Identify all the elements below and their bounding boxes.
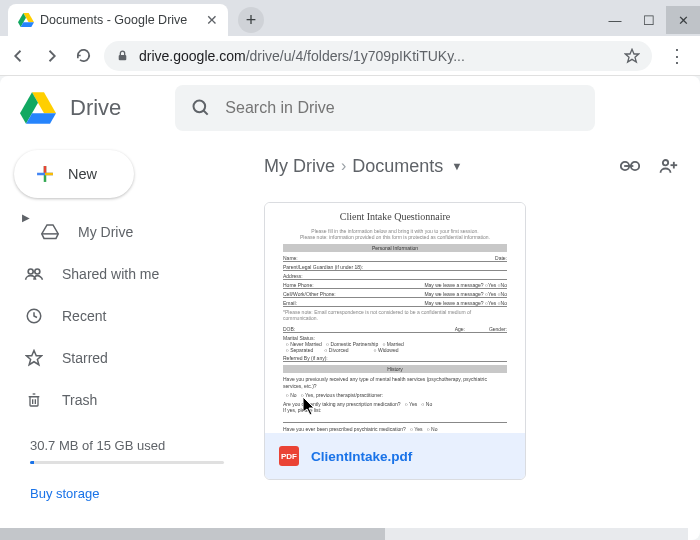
app-header: Drive [0, 76, 700, 140]
sidebar-item-label: Shared with me [62, 266, 159, 282]
starred-icon [24, 349, 44, 367]
sidebar-item-label: My Drive [78, 224, 133, 240]
drive-app: Drive New ▶ My Drive Shared with me [0, 76, 700, 540]
tab-close-icon[interactable]: ✕ [206, 12, 218, 28]
url-text: drive.google.com/drive/u/4/folders/1y709… [139, 48, 614, 64]
search-box[interactable] [175, 85, 595, 131]
share-button[interactable] [654, 158, 682, 174]
storage-text: 30.7 MB of 15 GB used [30, 438, 165, 453]
svg-point-28 [663, 160, 668, 165]
search-input[interactable] [225, 99, 579, 117]
storage-bar [30, 461, 224, 464]
buy-storage-link[interactable]: Buy storage [10, 472, 244, 515]
lock-icon [116, 49, 129, 63]
file-card[interactable]: Client Intake Questionnaire Please fill … [264, 202, 526, 480]
svg-rect-20 [30, 397, 38, 406]
sidebar: New ▶ My Drive Shared with me Recent Sta… [0, 140, 250, 540]
browser-toolbar: drive.google.com/drive/u/4/folders/1y709… [0, 36, 700, 76]
search-icon [191, 98, 211, 118]
new-tab-button[interactable]: + [238, 7, 264, 33]
sidebar-item-label: Starred [62, 350, 108, 366]
sidebar-item-label: Trash [62, 392, 97, 408]
file-name: ClientIntake.pdf [311, 449, 412, 464]
pdf-icon: PDF [279, 446, 299, 466]
breadcrumb-root[interactable]: My Drive [264, 156, 335, 177]
sidebar-item-shared[interactable]: Shared with me [10, 254, 244, 294]
breadcrumb-current[interactable]: Documents [352, 156, 443, 177]
svg-marker-14 [42, 225, 59, 239]
drive-logo-icon [20, 92, 56, 124]
window-minimize-button[interactable]: — [598, 6, 632, 34]
chevron-down-icon[interactable]: ▼ [451, 160, 462, 172]
svg-marker-4 [625, 49, 638, 62]
storage-status: 30.7 MB of 15 GB used [10, 422, 244, 470]
drive-favicon [18, 12, 34, 28]
file-grid: Client Intake Questionnaire Please fill … [250, 192, 700, 490]
address-bar[interactable]: drive.google.com/drive/u/4/folders/1y709… [104, 41, 652, 71]
main-toolbar: My Drive › Documents ▼ [250, 140, 700, 192]
svg-line-9 [204, 111, 208, 115]
svg-point-16 [28, 269, 33, 274]
recent-icon [24, 307, 44, 325]
get-link-button[interactable] [616, 160, 644, 172]
sidebar-item-starred[interactable]: Starred [10, 338, 244, 378]
browser-tab[interactable]: Documents - Google Drive ✕ [8, 4, 228, 36]
star-icon[interactable] [624, 48, 640, 64]
forward-button[interactable] [40, 45, 62, 67]
window-controls: — ☐ ✕ [598, 6, 700, 36]
svg-marker-31 [303, 397, 314, 415]
trash-icon [24, 391, 44, 409]
svg-rect-3 [119, 54, 127, 59]
svg-point-17 [35, 269, 40, 274]
browser-menu-button[interactable]: ⋮ [662, 45, 692, 67]
breadcrumb: My Drive › Documents ▼ [264, 156, 462, 177]
my-drive-icon [40, 224, 60, 240]
sidebar-item-recent[interactable]: Recent [10, 296, 244, 336]
main-pane: My Drive › Documents ▼ Client Intake Que… [250, 140, 700, 540]
app-name: Drive [70, 95, 121, 121]
svg-marker-19 [27, 351, 42, 365]
back-button[interactable] [8, 45, 30, 67]
shared-icon [24, 267, 44, 281]
reload-button[interactable] [72, 45, 94, 67]
window-close-button[interactable]: ✕ [666, 6, 700, 34]
new-button[interactable]: New [14, 150, 134, 198]
window-maximize-button[interactable]: ☐ [632, 6, 666, 34]
chevron-right-icon: › [341, 157, 346, 175]
sidebar-item-trash[interactable]: Trash [10, 380, 244, 420]
horizontal-scrollbar[interactable] [0, 528, 688, 540]
plus-icon [32, 161, 58, 187]
tab-title: Documents - Google Drive [40, 13, 200, 27]
chevron-right-icon[interactable]: ▶ [22, 212, 30, 223]
svg-point-8 [194, 101, 206, 113]
file-thumbnail: Client Intake Questionnaire Please fill … [265, 203, 525, 433]
file-footer: PDF ClientIntake.pdf [265, 433, 525, 479]
browser-tab-strip: Documents - Google Drive ✕ + — ☐ ✕ [0, 0, 700, 36]
new-button-label: New [68, 166, 97, 182]
sidebar-item-label: Recent [62, 308, 106, 324]
mouse-cursor-icon [303, 397, 317, 417]
sidebar-item-my-drive[interactable]: My Drive [10, 212, 244, 252]
